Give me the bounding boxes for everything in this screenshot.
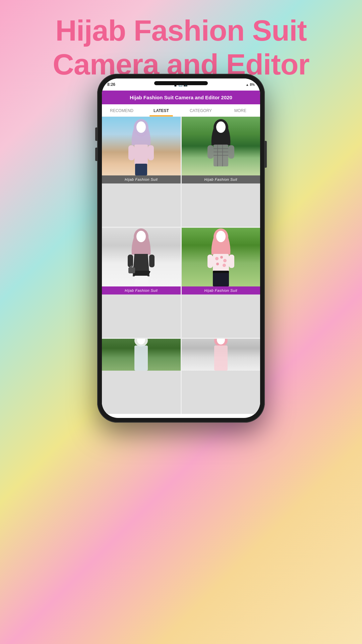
grid-item-3[interactable]: Hijab Fashion Suit bbox=[102, 228, 181, 338]
app-header: Hijab Fashion Suit Camera and Editor 202… bbox=[102, 91, 260, 104]
status-time: 8:26 bbox=[107, 82, 115, 87]
svg-point-26 bbox=[220, 256, 223, 259]
grid-item-4-label: Hijab Fashion Suit bbox=[182, 286, 260, 294]
svg-rect-4 bbox=[148, 145, 154, 160]
svg-rect-14 bbox=[207, 145, 214, 159]
figure-5 bbox=[126, 339, 156, 371]
nav-tabs[interactable]: RECOMEND LATEST CATEGORY MORE bbox=[102, 104, 260, 117]
grid-item-1[interactable]: Hijab Fashion Suit bbox=[102, 117, 181, 227]
svg-rect-15 bbox=[228, 145, 234, 159]
grid-item-2[interactable]: Hijab Fashion Suit bbox=[182, 117, 260, 227]
tab-recomend[interactable]: RECOMEND bbox=[102, 104, 141, 116]
svg-rect-39 bbox=[214, 345, 228, 371]
app-header-title: Hijab Fashion Suit Camera and Editor 202… bbox=[107, 95, 255, 100]
svg-rect-2 bbox=[134, 145, 148, 165]
svg-point-23 bbox=[216, 231, 226, 242]
svg-rect-36 bbox=[134, 345, 148, 371]
grid-item-4[interactable]: Hijab Fashion Suit bbox=[182, 228, 260, 338]
side-buttons bbox=[95, 127, 97, 161]
svg-rect-20 bbox=[134, 276, 148, 286]
figure-6 bbox=[206, 339, 236, 371]
figure-4 bbox=[204, 228, 238, 286]
status-icons: 📱🔄📷 bbox=[173, 83, 187, 87]
svg-point-1 bbox=[136, 121, 146, 133]
fashion-grid: Hijab Fashion Suit bbox=[102, 117, 260, 414]
grid-item-5[interactable] bbox=[102, 339, 181, 414]
svg-rect-19 bbox=[149, 255, 155, 267]
grid-item-3-label: Hijab Fashion Suit bbox=[102, 286, 181, 294]
phone-mockup: 8:26 📱🔄📷 ▲ 8% Hijab Fashion Suit Camera … bbox=[97, 74, 265, 423]
svg-rect-31 bbox=[229, 255, 234, 268]
tab-latest[interactable]: LATEST bbox=[141, 104, 181, 116]
svg-point-7 bbox=[216, 121, 226, 133]
svg-rect-18 bbox=[128, 255, 133, 267]
svg-point-28 bbox=[216, 263, 219, 265]
figure-1 bbox=[124, 118, 158, 175]
grid-item-6[interactable] bbox=[182, 339, 260, 414]
svg-point-25 bbox=[215, 257, 219, 260]
grid-item-2-label: Hijab Fashion Suit bbox=[182, 175, 260, 183]
status-bar: 8:26 📱🔄📷 ▲ 8% bbox=[102, 78, 260, 91]
svg-point-29 bbox=[223, 264, 226, 267]
tab-more[interactable]: MORE bbox=[221, 104, 260, 116]
status-right: ▲ 8% bbox=[246, 83, 255, 87]
grid-item-1-label: Hijab Fashion Suit bbox=[102, 175, 181, 183]
svg-rect-5 bbox=[135, 164, 147, 175]
figure-3 bbox=[124, 228, 158, 286]
svg-point-17 bbox=[136, 231, 146, 242]
svg-rect-3 bbox=[128, 145, 134, 160]
svg-point-27 bbox=[223, 259, 227, 262]
figure-2 bbox=[204, 118, 238, 175]
svg-rect-21 bbox=[128, 267, 135, 273]
svg-rect-33 bbox=[213, 273, 229, 286]
tab-category[interactable]: CATEGORY bbox=[181, 104, 221, 116]
svg-rect-30 bbox=[207, 255, 213, 268]
